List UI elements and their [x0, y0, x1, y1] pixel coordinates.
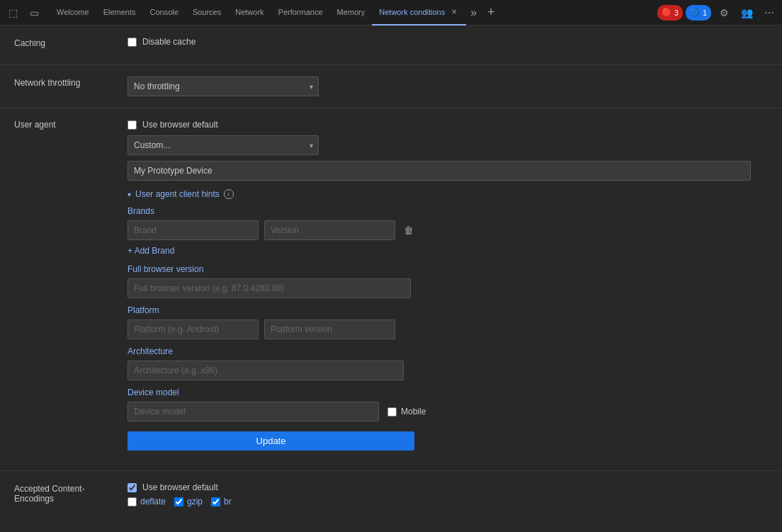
encodings-default-label[interactable]: Use browser default — [142, 482, 218, 492]
br-checkbox[interactable] — [211, 497, 220, 506]
tab-overflow-icon[interactable]: » — [466, 0, 481, 26]
architecture-label: Architecture — [128, 346, 768, 356]
inspect-icon[interactable]: ⬚ — [3, 3, 23, 23]
tab-welcome[interactable]: Welcome — [50, 0, 96, 26]
disable-cache-row: Disable cache — [128, 37, 768, 47]
use-default-encodings-row: Use browser default — [128, 482, 768, 492]
tab-elements[interactable]: Elements — [96, 0, 143, 26]
tab-add-icon[interactable]: + — [481, 3, 501, 23]
full-browser-label: Full browser version — [128, 264, 768, 274]
tab-sources[interactable]: Sources — [186, 0, 228, 26]
brands-label: Brands — [128, 206, 768, 216]
tab-network[interactable]: Network — [228, 0, 271, 26]
hints-header[interactable]: ▾ User agent client hints i — [128, 189, 768, 199]
tab-actions: 🔴 3 🔵 1 ⚙ 👥 ⋯ — [657, 3, 779, 23]
ua-content: Use browser default Custom... Chrome - A… — [128, 120, 768, 459]
tab-bar: ⬚ ▭ Welcome Elements Console Sources Net… — [0, 0, 782, 26]
gzip-item: gzip — [174, 497, 203, 506]
people-icon[interactable]: 👥 — [737, 3, 756, 23]
device-model-label: Device model — [128, 387, 768, 397]
tab-close-icon[interactable]: ✕ — [449, 7, 459, 16]
hints-section: ▾ User agent client hints i Brands 🗑 — [128, 181, 768, 459]
gzip-label[interactable]: gzip — [187, 497, 203, 506]
settings-icon[interactable]: ⚙ — [714, 3, 734, 23]
deflate-checkbox[interactable] — [128, 497, 137, 506]
ua-select-wrapper: Custom... Chrome - Android Mobile Chrome… — [128, 135, 319, 155]
content-area: Caching Disable cache Network throttling… — [0, 26, 782, 532]
encodings-section: Accepted Content-Encodings Use browser d… — [0, 471, 782, 518]
custom-dropdown-wrapper: Custom... Chrome - Android Mobile Chrome… — [128, 135, 768, 155]
throttling-label: Network throttling — [14, 77, 128, 88]
br-label[interactable]: br — [224, 497, 232, 506]
tab-network-conditions[interactable]: Network conditions ✕ — [372, 0, 466, 26]
user-agent-label: User agent — [14, 120, 128, 130]
disable-cache-checkbox[interactable] — [128, 38, 137, 47]
throttling-select-wrapper: No throttling Fast 3G Slow 3G Offline Cu… — [128, 77, 319, 96]
platform-label: Platform — [128, 305, 768, 315]
platform-input[interactable] — [128, 319, 259, 339]
mobile-checkbox[interactable] — [387, 407, 397, 417]
throttling-content: No throttling Fast 3G Slow 3G Offline Cu… — [128, 77, 768, 96]
tab-icons: ⬚ ▭ — [3, 3, 44, 23]
update-button[interactable]: Update — [128, 431, 414, 451]
encodings-content: Use browser default deflate gzip br — [128, 482, 768, 506]
br-item: br — [211, 497, 232, 506]
prototype-device-input[interactable] — [128, 161, 751, 181]
platform-row — [128, 319, 768, 339]
tab-performance[interactable]: Performance — [271, 0, 330, 26]
encodings-label: Accepted Content-Encodings — [14, 482, 128, 504]
device-model-row: Mobile — [128, 402, 768, 421]
deflate-item: deflate — [128, 497, 166, 506]
throttling-section: Network throttling No throttling Fast 3G… — [0, 65, 782, 108]
mobile-checkbox-row: Mobile — [387, 407, 426, 417]
mobile-label[interactable]: Mobile — [401, 407, 426, 417]
disable-cache-label[interactable]: Disable cache — [142, 37, 196, 47]
info-badge[interactable]: 🔵 1 — [686, 5, 711, 21]
caching-section: Caching Disable cache — [0, 26, 782, 65]
use-default-checkbox[interactable] — [128, 120, 137, 130]
more-icon[interactable]: ⋯ — [759, 3, 779, 23]
version-input[interactable] — [264, 220, 395, 240]
error-badge[interactable]: 🔴 3 — [657, 5, 683, 21]
platform-version-input[interactable] — [264, 319, 395, 339]
tab-memory[interactable]: Memory — [330, 0, 373, 26]
encoding-checkboxes: deflate gzip br — [128, 497, 768, 506]
use-default-label[interactable]: Use browser default — [142, 120, 218, 130]
gzip-checkbox[interactable] — [174, 497, 183, 506]
delete-brand-icon[interactable]: 🗑 — [401, 223, 416, 237]
main-content: Caching Disable cache Network throttling… — [0, 26, 782, 532]
ua-select[interactable]: Custom... Chrome - Android Mobile Chrome… — [128, 135, 319, 155]
device-icon[interactable]: ▭ — [24, 3, 44, 23]
use-browser-default-row: Use browser default — [128, 120, 768, 130]
throttling-select[interactable]: No throttling Fast 3G Slow 3G Offline Cu… — [128, 77, 319, 96]
brand-input[interactable] — [128, 220, 259, 240]
caching-label: Caching — [14, 37, 128, 48]
deflate-label[interactable]: deflate — [140, 497, 166, 506]
architecture-input[interactable] — [128, 361, 404, 380]
full-browser-input[interactable] — [128, 278, 411, 298]
hints-chevron: ▾ — [128, 191, 131, 198]
device-model-input[interactable] — [128, 402, 379, 421]
tab-console[interactable]: Console — [143, 0, 186, 26]
user-agent-section: User agent Use browser default Custom...… — [0, 108, 782, 471]
add-brand-button[interactable]: + Add Brand — [128, 244, 768, 257]
hints-info-icon[interactable]: i — [224, 189, 234, 199]
caching-content: Disable cache — [128, 37, 768, 50]
brand-row: 🗑 — [128, 220, 768, 240]
ua-top-row: User agent Use browser default Custom...… — [14, 120, 768, 459]
encodings-default-checkbox[interactable] — [128, 483, 137, 492]
